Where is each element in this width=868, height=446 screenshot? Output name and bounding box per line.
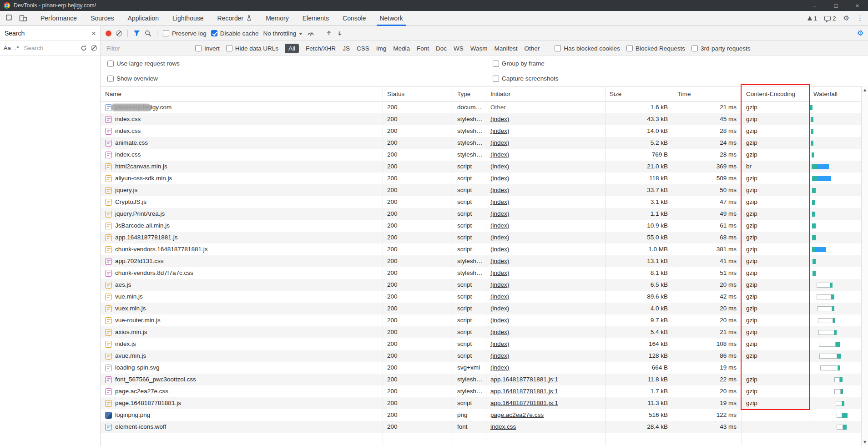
throttling-dropdown[interactable]: No throttling: [263, 30, 303, 37]
initiator-link[interactable]: (index): [490, 329, 509, 335]
request-name[interactable]: JsBarcode.all.min.js: [115, 220, 170, 232]
request-name[interactable]: animate.css: [115, 137, 148, 149]
column-header-time[interactable]: Time: [673, 86, 742, 101]
group-by-frame-checkbox[interactable]: Group by frame: [493, 60, 545, 67]
show-overview-checkbox[interactable]: Show overview: [107, 75, 158, 82]
table-row[interactable]: JsBarcode.all.min.js200script(index)10.9…: [101, 220, 861, 232]
filter-type-ws[interactable]: WS: [454, 45, 464, 52]
table-row[interactable]: index.css200stylesh…(index)14.0 kB28 msg…: [101, 125, 861, 137]
initiator-link[interactable]: (index): [490, 175, 509, 182]
table-row[interactable]: loading-spin.svg200svg+xml(index)664 B19…: [101, 362, 861, 374]
search-close-icon[interactable]: ×: [91, 30, 96, 37]
scroll-down-arrow[interactable]: ▼: [862, 440, 868, 444]
maximize-button[interactable]: □: [825, 0, 847, 11]
column-header-content-encoding[interactable]: Content-Encoding: [742, 86, 809, 101]
filter-type-wasm[interactable]: Wasm: [470, 45, 488, 52]
table-row[interactable]: chunk-vendors.8d7f7a7c.css200stylesh…(in…: [101, 267, 861, 279]
initiator-link[interactable]: (index): [490, 352, 509, 359]
clear-search-icon[interactable]: [91, 45, 97, 51]
network-settings-gear-icon[interactable]: ⚙: [857, 30, 863, 37]
table-row[interactable]: aliyun-oss-sdk.min.js200script(index)118…: [101, 172, 861, 184]
initiator-link[interactable]: (index): [490, 198, 509, 205]
request-name[interactable]: page.ac2ea27e.css: [115, 385, 168, 397]
regex-button[interactable]: .*: [15, 45, 19, 51]
third-party-requests-checkbox[interactable]: 3rd-party requests: [691, 45, 751, 52]
table-row[interactable]: aes.js200script(index)6.5 kB20 msgzip: [101, 279, 861, 291]
invert-checkbox[interactable]: Invert: [195, 45, 220, 52]
table-row[interactable]: page.1648187781881.js200scriptapp.164818…: [101, 397, 861, 409]
request-name[interactable]: chunk-vendors.1648187781881.js: [115, 243, 207, 255]
request-name[interactable]: index.css: [115, 149, 141, 161]
request-name[interactable]: axios.min.js: [115, 326, 147, 338]
initiator-link[interactable]: app.1648187781881.js:1: [490, 400, 558, 406]
record-button[interactable]: [106, 30, 111, 36]
table-row[interactable]: index.js200script(index)164 kB108 msgzip: [101, 338, 861, 350]
initiator-link[interactable]: index.css: [490, 423, 516, 430]
request-name[interactable]: element-icons.woff: [115, 421, 166, 433]
table-row[interactable]: animate.css200stylesh…(index)5.2 kB24 ms…: [101, 137, 861, 149]
initiator-link[interactable]: (index): [490, 116, 509, 122]
request-name[interactable]: html2canvas.min.js: [115, 161, 167, 172]
filter-type-media[interactable]: Media: [393, 45, 410, 52]
table-row[interactable]: vue-router.min.js200script(index)9.7 kB2…: [101, 314, 861, 326]
initiator-link[interactable]: app.1648187781881.js:1: [490, 388, 558, 395]
initiator-link[interactable]: (index): [490, 163, 509, 170]
messages-badge[interactable]: 2: [824, 15, 836, 22]
tab-application[interactable]: Application: [121, 11, 166, 25]
tab-network[interactable]: Network: [373, 11, 409, 25]
request-name[interactable]: vue.min.js: [115, 291, 143, 303]
request-name[interactable]: chunk-vendors.8d7f7a7c.css: [115, 267, 193, 279]
tab-memory[interactable]: Memory: [259, 11, 296, 25]
table-row[interactable]: element-icons.woff200fontindex.css28.4 k…: [101, 421, 861, 433]
initiator-link[interactable]: (index): [490, 210, 509, 217]
initiator-link[interactable]: (index): [490, 293, 509, 300]
initiator-link[interactable]: (index): [490, 139, 509, 146]
initiator-link[interactable]: (index): [490, 151, 509, 158]
request-name[interactable]: index.css: [115, 125, 141, 137]
preserve-log-checkbox[interactable]: Preserve log: [163, 30, 207, 37]
filter-type-font[interactable]: Font: [417, 45, 429, 52]
table-row[interactable]: app.702fd131.css200stylesh…(index)13.1 k…: [101, 255, 861, 267]
initiator-link[interactable]: (index): [490, 222, 509, 229]
initiator-link[interactable]: (index): [490, 340, 509, 347]
table-row[interactable]: index.css200stylesh…(index)769 B28 msgzi…: [101, 149, 861, 161]
initiator-link[interactable]: (index): [490, 234, 509, 241]
tab-lighthouse[interactable]: Lighthouse: [166, 11, 211, 25]
initiator-link[interactable]: (index): [490, 187, 509, 193]
use-large-request-rows-checkbox[interactable]: Use large request rows: [107, 60, 180, 67]
inspect-element-icon[interactable]: [3, 12, 16, 25]
table-row[interactable]: axios.min.js200script(index)5.4 kB21 msg…: [101, 326, 861, 338]
tab-recorder[interactable]: Recorder: [211, 11, 259, 25]
search-requests-icon[interactable]: [145, 30, 151, 37]
has-blocked-cookies-checkbox[interactable]: Has blocked cookies: [555, 45, 620, 52]
clear-requests-icon[interactable]: [116, 30, 122, 36]
initiator-link[interactable]: (index): [490, 305, 509, 312]
table-row[interactable]: pinan-erp.hejigy.com200docum…Other1.6 kB…: [101, 101, 861, 113]
filter-type-other[interactable]: Other: [525, 45, 540, 52]
filter-type-css[interactable]: CSS: [357, 45, 369, 52]
table-row[interactable]: avue.min.js200script(index)128 kB86 msgz…: [101, 350, 861, 362]
refresh-icon[interactable]: [81, 45, 87, 51]
request-name[interactable]: loginpng.png: [115, 409, 150, 421]
request-name[interactable]: page.1648187781881.js: [115, 397, 181, 409]
column-header-initiator[interactable]: Initiator: [486, 86, 606, 101]
column-header-waterfall[interactable]: Waterfall: [809, 86, 861, 101]
initiator-link[interactable]: (index): [490, 364, 509, 371]
kebab-menu-icon[interactable]: ⋮: [857, 15, 863, 22]
import-har-icon[interactable]: [326, 30, 332, 36]
table-row[interactable]: loginpng.png200pngpage.ac2ea27e.css516 k…: [101, 409, 861, 421]
column-header-type[interactable]: Type: [453, 86, 486, 101]
initiator-link[interactable]: (index): [490, 281, 509, 288]
request-name[interactable]: jquery.js: [115, 184, 137, 196]
request-name[interactable]: loading-spin.svg: [115, 362, 160, 374]
filter-input[interactable]: [106, 45, 189, 52]
table-row[interactable]: index.css200stylesh…(index)43.3 kB45 msg…: [101, 113, 861, 125]
request-name[interactable]: app.702fd131.css: [115, 255, 164, 267]
table-row[interactable]: html2canvas.min.js200script(index)21.0 k…: [101, 161, 861, 172]
filter-type-js[interactable]: JS: [343, 45, 350, 52]
column-header-name[interactable]: Name: [101, 86, 383, 101]
table-row[interactable]: CryptoJS.js200script(index)3.1 kB47 msgz…: [101, 196, 861, 208]
request-name[interactable]: avue.min.js: [115, 350, 146, 362]
initiator-link[interactable]: (index): [490, 258, 509, 264]
initiator-link[interactable]: (index): [490, 127, 509, 134]
